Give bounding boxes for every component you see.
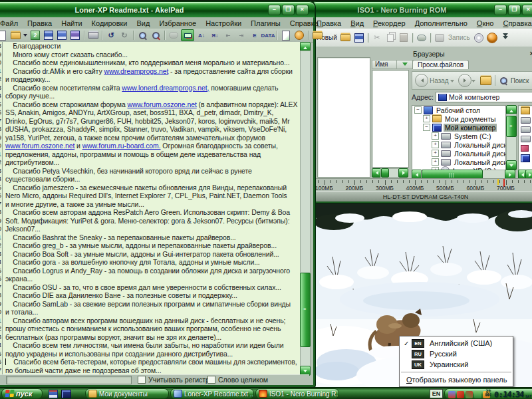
menu-item[interactable]: Кодировки	[87, 18, 132, 29]
network-tray-icon[interactable]	[466, 391, 473, 398]
open-file-icon[interactable]	[9, 30, 21, 41]
nero-express-icon[interactable]	[486, 33, 498, 43]
save-icon[interactable]	[353, 33, 365, 43]
antivirus-tray-icon[interactable]	[474, 391, 481, 398]
expand-icon[interactable]: +	[423, 115, 430, 122]
view-icon[interactable]	[416, 33, 428, 43]
sort-descending-icon[interactable]: Я↓	[209, 30, 221, 41]
sessions-icon[interactable]	[311, 30, 323, 41]
find-icon[interactable]	[136, 30, 148, 41]
new-file-icon[interactable]	[0, 30, 8, 41]
language-menu-item[interactable]: UKУкраинский	[400, 359, 513, 370]
drive-list-pane[interactable]	[518, 105, 532, 170]
scroll-right-button[interactable]	[398, 168, 408, 178]
minimize-button[interactable]: –	[494, 5, 507, 15]
pen-icon[interactable]	[521, 145, 529, 152]
expand-icon[interactable]: +	[432, 141, 439, 148]
menu-item[interactable]: Рекордер	[368, 18, 410, 29]
quicklaunch-desktop-icon[interactable]	[61, 390, 71, 398]
language-menu-item[interactable]: ✓ENАнглийский (США)	[400, 338, 513, 348]
collapse-icon[interactable]: −	[423, 124, 430, 131]
nero-titlebar[interactable]: ISO1 - Nero Burning ROM – ❐ ×	[310, 1, 532, 18]
settings-icon[interactable]	[293, 30, 305, 41]
paint-tray-icon[interactable]	[457, 391, 464, 398]
view-mode-icon[interactable]	[168, 30, 180, 41]
tree-item[interactable]: +Мои документы	[412, 114, 505, 123]
quicklaunch-floppy-icon[interactable]	[49, 390, 58, 398]
hyperlink[interactable]: www.dreamprogs.net	[104, 67, 168, 75]
open-dropdown-icon[interactable]	[23, 30, 28, 41]
sort-ascending-icon[interactable]: А↓	[196, 30, 207, 41]
burn-icon[interactable]	[434, 33, 446, 43]
font-tool-icon[interactable]: Е	[249, 30, 261, 41]
copy-icon[interactable]	[384, 33, 396, 43]
paste-icon[interactable]	[398, 33, 410, 43]
insert-date-icon[interactable]: DATA	[262, 30, 274, 41]
menu-item[interactable]: Найти	[57, 18, 86, 29]
back-dropdown-icon[interactable]	[450, 80, 454, 84]
hyperlink[interactable]: www.forum.oszone.net	[5, 142, 74, 150]
display-tray-icon[interactable]	[448, 391, 456, 398]
name-column-header[interactable]: Имя	[372, 60, 398, 69]
hyperlink[interactable]: www.forum.ru-board.com.	[82, 142, 161, 150]
restore-button[interactable]: ❐	[508, 5, 521, 15]
address-field[interactable]: Мой компьютер	[436, 92, 532, 102]
folder-up-icon[interactable]	[480, 76, 491, 85]
minimize-button[interactable]: –	[268, 5, 281, 15]
shift-left-icon[interactable]: ⇤	[222, 30, 234, 41]
new-folder-icon[interactable]	[340, 33, 352, 43]
search-icon[interactable]	[499, 75, 509, 86]
tree-item[interactable]: −Мой компьютер	[412, 123, 505, 132]
language-indicator[interactable]: EN	[430, 389, 443, 398]
menu-item[interactable]: Дополнительно	[410, 18, 472, 29]
file-list-pane[interactable]	[372, 70, 409, 168]
docs-icon[interactable]	[521, 107, 530, 114]
menu-item[interactable]: Правка	[23, 18, 57, 29]
word-wrap-icon[interactable]	[181, 29, 194, 41]
forward-button[interactable]	[458, 74, 471, 87]
menu-item[interactable]: Плагины	[246, 18, 285, 29]
hyperlink[interactable]: www.forum.oszone.net	[128, 100, 197, 108]
language-menu-item[interactable]: RUРусский	[400, 348, 513, 359]
save-all-icon[interactable]	[69, 30, 81, 41]
recode-icon[interactable]	[29, 30, 41, 41]
save-file-icon[interactable]	[43, 30, 55, 41]
search-input[interactable]	[6, 376, 132, 384]
maximize-button[interactable]: ❐	[282, 5, 295, 15]
taskbar-button[interactable]: Loner-XP Readme.txt ...	[170, 388, 254, 399]
tree-item[interactable]: −Рабочий стол	[412, 106, 505, 114]
match-case-checkbox[interactable]	[138, 376, 146, 384]
whole-word-checkbox[interactable]	[207, 376, 215, 384]
write-button[interactable]: Запись	[448, 34, 470, 41]
shift-right-icon[interactable]: ⇥	[235, 30, 247, 41]
tree-item[interactable]: +Локальный диск (D:)	[412, 140, 505, 149]
collapse-icon[interactable]: −	[414, 106, 422, 114]
editor-area[interactable]: 108 Благодарности109 Много кому стоит ск…	[0, 42, 300, 374]
editor-v-scroll-thumb[interactable]: ≡	[300, 273, 311, 347]
akelpad-titlebar[interactable]: Loner-XP Readme.txt - AkelPad – ❐ ×	[0, 1, 315, 18]
back-button[interactable]	[415, 74, 428, 87]
menu-item[interactable]: Вид	[346, 18, 368, 29]
menu-item[interactable]: Файл	[0, 18, 23, 29]
templates-icon[interactable]	[280, 30, 292, 41]
cut-icon[interactable]: ✂	[371, 33, 383, 43]
h-scroll-thumb[interactable]	[381, 168, 389, 178]
show-language-bar-item[interactable]: Отобразить языковую панель	[400, 374, 513, 385]
forward-dropdown-icon[interactable]	[471, 80, 475, 84]
disc-info-icon[interactable]	[473, 33, 485, 43]
save-file-as-icon[interactable]	[56, 30, 68, 41]
expand-icon[interactable]: +	[432, 150, 439, 157]
close-button[interactable]: ×	[296, 5, 309, 15]
tab-file-browser[interactable]: Просм.файлов	[412, 60, 469, 69]
drive-icon[interactable]	[521, 136, 531, 142]
drive-icon[interactable]	[521, 126, 531, 133]
menu-item[interactable]: Окно	[472, 18, 499, 29]
menu-item[interactable]: Вид	[132, 18, 155, 29]
taskbar-button[interactable]: ISO1 - Nero Burning R....	[255, 388, 339, 399]
print-icon[interactable]	[87, 30, 99, 41]
redo-icon[interactable]: ↻	[118, 30, 130, 41]
panel-close-icon[interactable]: ×	[530, 49, 532, 57]
tree-item[interactable]: +Локальный диск (E:)	[412, 149, 505, 158]
drive-icon[interactable]	[521, 117, 531, 124]
taskbar-button[interactable]: Мои документы	[85, 388, 169, 399]
